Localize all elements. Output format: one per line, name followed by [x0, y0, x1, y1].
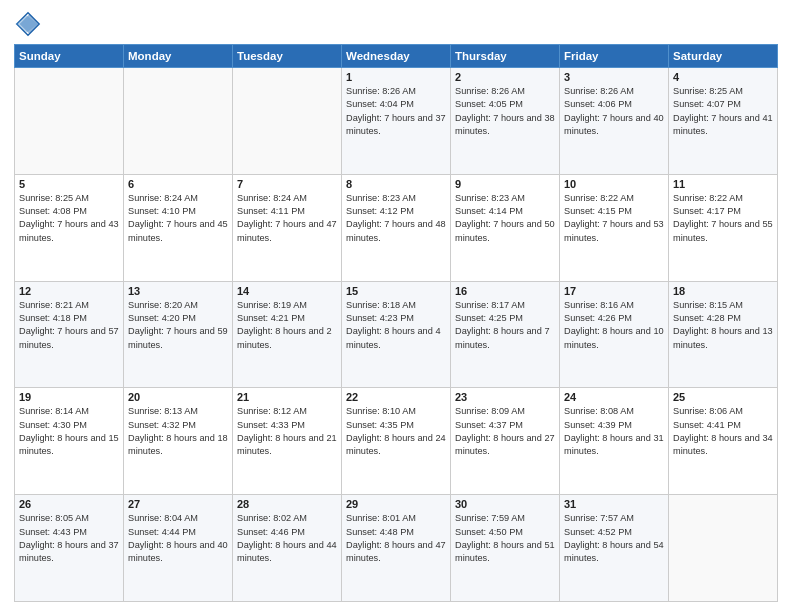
- calendar-week-row: 12 Sunrise: 8:21 AMSunset: 4:18 PMDaylig…: [15, 281, 778, 388]
- day-number: 7: [237, 178, 337, 190]
- day-number: 1: [346, 71, 446, 83]
- day-number: 16: [455, 285, 555, 297]
- day-info: Sunrise: 8:04 AMSunset: 4:44 PMDaylight:…: [128, 512, 228, 565]
- calendar-cell: 14 Sunrise: 8:19 AMSunset: 4:21 PMDaylig…: [233, 281, 342, 388]
- day-number: 11: [673, 178, 773, 190]
- day-number: 23: [455, 391, 555, 403]
- day-info: Sunrise: 8:16 AMSunset: 4:26 PMDaylight:…: [564, 299, 664, 352]
- calendar-week-row: 26 Sunrise: 8:05 AMSunset: 4:43 PMDaylig…: [15, 495, 778, 602]
- day-number: 2: [455, 71, 555, 83]
- calendar-cell: 7 Sunrise: 8:24 AMSunset: 4:11 PMDayligh…: [233, 174, 342, 281]
- day-number: 8: [346, 178, 446, 190]
- day-info: Sunrise: 8:25 AMSunset: 4:07 PMDaylight:…: [673, 85, 773, 138]
- calendar-cell: 20 Sunrise: 8:13 AMSunset: 4:32 PMDaylig…: [124, 388, 233, 495]
- calendar-week-row: 19 Sunrise: 8:14 AMSunset: 4:30 PMDaylig…: [15, 388, 778, 495]
- day-number: 9: [455, 178, 555, 190]
- calendar-cell: 15 Sunrise: 8:18 AMSunset: 4:23 PMDaylig…: [342, 281, 451, 388]
- logo-icon: [14, 10, 42, 38]
- day-info: Sunrise: 7:59 AMSunset: 4:50 PMDaylight:…: [455, 512, 555, 565]
- day-number: 15: [346, 285, 446, 297]
- day-info: Sunrise: 8:08 AMSunset: 4:39 PMDaylight:…: [564, 405, 664, 458]
- weekday-header: Monday: [124, 45, 233, 68]
- day-number: 22: [346, 391, 446, 403]
- day-info: Sunrise: 8:26 AMSunset: 4:06 PMDaylight:…: [564, 85, 664, 138]
- day-number: 29: [346, 498, 446, 510]
- day-info: Sunrise: 8:24 AMSunset: 4:11 PMDaylight:…: [237, 192, 337, 245]
- day-info: Sunrise: 8:17 AMSunset: 4:25 PMDaylight:…: [455, 299, 555, 352]
- day-number: 28: [237, 498, 337, 510]
- calendar: SundayMondayTuesdayWednesdayThursdayFrid…: [14, 44, 778, 602]
- calendar-week-row: 1 Sunrise: 8:26 AMSunset: 4:04 PMDayligh…: [15, 68, 778, 175]
- day-number: 18: [673, 285, 773, 297]
- day-info: Sunrise: 8:26 AMSunset: 4:05 PMDaylight:…: [455, 85, 555, 138]
- day-info: Sunrise: 8:01 AMSunset: 4:48 PMDaylight:…: [346, 512, 446, 565]
- weekday-header: Wednesday: [342, 45, 451, 68]
- weekday-header: Sunday: [15, 45, 124, 68]
- svg-marker-2: [15, 16, 37, 33]
- day-number: 31: [564, 498, 664, 510]
- calendar-cell: [669, 495, 778, 602]
- calendar-cell: 30 Sunrise: 7:59 AMSunset: 4:50 PMDaylig…: [451, 495, 560, 602]
- calendar-cell: 31 Sunrise: 7:57 AMSunset: 4:52 PMDaylig…: [560, 495, 669, 602]
- day-info: Sunrise: 8:06 AMSunset: 4:41 PMDaylight:…: [673, 405, 773, 458]
- day-info: Sunrise: 8:20 AMSunset: 4:20 PMDaylight:…: [128, 299, 228, 352]
- day-info: Sunrise: 8:05 AMSunset: 4:43 PMDaylight:…: [19, 512, 119, 565]
- day-number: 5: [19, 178, 119, 190]
- calendar-cell: [233, 68, 342, 175]
- day-info: Sunrise: 8:19 AMSunset: 4:21 PMDaylight:…: [237, 299, 337, 352]
- weekday-header: Tuesday: [233, 45, 342, 68]
- calendar-cell: 4 Sunrise: 8:25 AMSunset: 4:07 PMDayligh…: [669, 68, 778, 175]
- weekday-header: Thursday: [451, 45, 560, 68]
- calendar-cell: 19 Sunrise: 8:14 AMSunset: 4:30 PMDaylig…: [15, 388, 124, 495]
- day-info: Sunrise: 8:12 AMSunset: 4:33 PMDaylight:…: [237, 405, 337, 458]
- day-number: 26: [19, 498, 119, 510]
- calendar-cell: [124, 68, 233, 175]
- day-info: Sunrise: 8:22 AMSunset: 4:15 PMDaylight:…: [564, 192, 664, 245]
- day-number: 3: [564, 71, 664, 83]
- calendar-cell: 29 Sunrise: 8:01 AMSunset: 4:48 PMDaylig…: [342, 495, 451, 602]
- day-number: 12: [19, 285, 119, 297]
- day-number: 10: [564, 178, 664, 190]
- calendar-cell: 27 Sunrise: 8:04 AMSunset: 4:44 PMDaylig…: [124, 495, 233, 602]
- day-number: 27: [128, 498, 228, 510]
- day-number: 6: [128, 178, 228, 190]
- day-number: 20: [128, 391, 228, 403]
- calendar-cell: 6 Sunrise: 8:24 AMSunset: 4:10 PMDayligh…: [124, 174, 233, 281]
- day-info: Sunrise: 8:23 AMSunset: 4:12 PMDaylight:…: [346, 192, 446, 245]
- calendar-cell: 13 Sunrise: 8:20 AMSunset: 4:20 PMDaylig…: [124, 281, 233, 388]
- day-info: Sunrise: 8:09 AMSunset: 4:37 PMDaylight:…: [455, 405, 555, 458]
- day-info: Sunrise: 8:23 AMSunset: 4:14 PMDaylight:…: [455, 192, 555, 245]
- day-number: 13: [128, 285, 228, 297]
- calendar-cell: 23 Sunrise: 8:09 AMSunset: 4:37 PMDaylig…: [451, 388, 560, 495]
- day-number: 17: [564, 285, 664, 297]
- day-info: Sunrise: 8:24 AMSunset: 4:10 PMDaylight:…: [128, 192, 228, 245]
- logo: [14, 10, 46, 38]
- day-info: Sunrise: 8:10 AMSunset: 4:35 PMDaylight:…: [346, 405, 446, 458]
- calendar-cell: [15, 68, 124, 175]
- day-info: Sunrise: 8:25 AMSunset: 4:08 PMDaylight:…: [19, 192, 119, 245]
- day-number: 21: [237, 391, 337, 403]
- day-info: Sunrise: 8:14 AMSunset: 4:30 PMDaylight:…: [19, 405, 119, 458]
- day-info: Sunrise: 8:26 AMSunset: 4:04 PMDaylight:…: [346, 85, 446, 138]
- day-info: Sunrise: 7:57 AMSunset: 4:52 PMDaylight:…: [564, 512, 664, 565]
- calendar-cell: 10 Sunrise: 8:22 AMSunset: 4:15 PMDaylig…: [560, 174, 669, 281]
- weekday-header: Saturday: [669, 45, 778, 68]
- calendar-cell: 21 Sunrise: 8:12 AMSunset: 4:33 PMDaylig…: [233, 388, 342, 495]
- calendar-cell: 28 Sunrise: 8:02 AMSunset: 4:46 PMDaylig…: [233, 495, 342, 602]
- calendar-cell: 18 Sunrise: 8:15 AMSunset: 4:28 PMDaylig…: [669, 281, 778, 388]
- calendar-cell: 11 Sunrise: 8:22 AMSunset: 4:17 PMDaylig…: [669, 174, 778, 281]
- calendar-cell: 16 Sunrise: 8:17 AMSunset: 4:25 PMDaylig…: [451, 281, 560, 388]
- day-info: Sunrise: 8:15 AMSunset: 4:28 PMDaylight:…: [673, 299, 773, 352]
- header: [14, 10, 778, 38]
- day-info: Sunrise: 8:02 AMSunset: 4:46 PMDaylight:…: [237, 512, 337, 565]
- calendar-cell: 12 Sunrise: 8:21 AMSunset: 4:18 PMDaylig…: [15, 281, 124, 388]
- page: SundayMondayTuesdayWednesdayThursdayFrid…: [0, 0, 792, 612]
- calendar-week-row: 5 Sunrise: 8:25 AMSunset: 4:08 PMDayligh…: [15, 174, 778, 281]
- day-info: Sunrise: 8:22 AMSunset: 4:17 PMDaylight:…: [673, 192, 773, 245]
- day-number: 30: [455, 498, 555, 510]
- weekday-header-row: SundayMondayTuesdayWednesdayThursdayFrid…: [15, 45, 778, 68]
- calendar-cell: 24 Sunrise: 8:08 AMSunset: 4:39 PMDaylig…: [560, 388, 669, 495]
- weekday-header: Friday: [560, 45, 669, 68]
- calendar-cell: 1 Sunrise: 8:26 AMSunset: 4:04 PMDayligh…: [342, 68, 451, 175]
- day-number: 24: [564, 391, 664, 403]
